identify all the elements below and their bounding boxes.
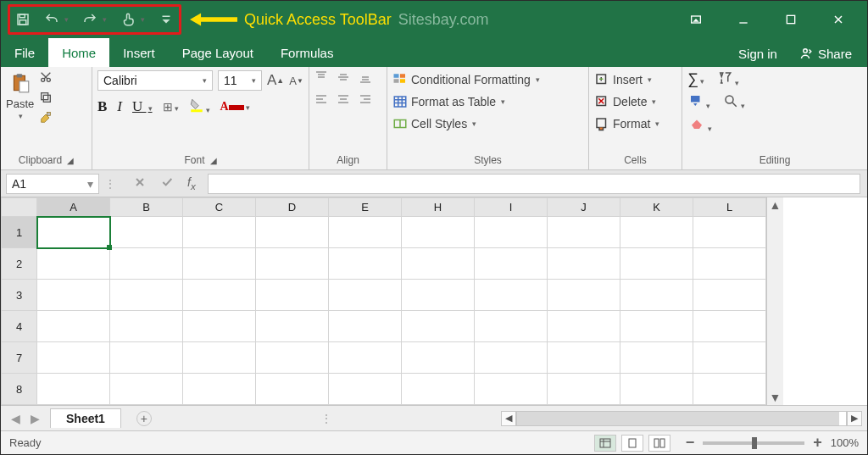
- column-header[interactable]: I: [475, 198, 548, 217]
- cell[interactable]: [475, 342, 548, 374]
- delete-cells-button[interactable]: Delete▾: [594, 92, 656, 111]
- cell[interactable]: [110, 248, 183, 280]
- cell[interactable]: [256, 374, 329, 405]
- column-header[interactable]: A: [37, 198, 110, 217]
- cell[interactable]: [183, 280, 256, 311]
- save-icon[interactable]: [15, 12, 31, 27]
- cancel-formula-icon[interactable]: [133, 175, 147, 191]
- cell[interactable]: [329, 374, 402, 405]
- font-name-select[interactable]: Calibri▾: [97, 70, 213, 91]
- font-size-select[interactable]: 11▾: [218, 70, 262, 91]
- formula-input[interactable]: [208, 174, 860, 194]
- row-header[interactable]: 3: [2, 280, 37, 311]
- row-header[interactable]: 4: [2, 311, 37, 342]
- cell[interactable]: [693, 374, 766, 405]
- font-color-button[interactable]: A▾: [220, 99, 250, 114]
- cell[interactable]: [693, 311, 766, 342]
- column-header[interactable]: B: [110, 198, 183, 217]
- row-header[interactable]: 1: [2, 217, 37, 248]
- cell[interactable]: [475, 280, 548, 311]
- tab-formulas[interactable]: Formulas: [267, 38, 348, 67]
- format-cells-button[interactable]: Format▾: [594, 114, 659, 133]
- paste-button[interactable]: Paste ▾: [6, 70, 34, 120]
- zoom-out-button[interactable]: −: [686, 434, 695, 452]
- align-center-icon[interactable]: [337, 92, 350, 106]
- cell[interactable]: [548, 280, 620, 311]
- enter-formula-icon[interactable]: [160, 175, 174, 191]
- column-header[interactable]: D: [256, 198, 329, 217]
- cell[interactable]: [183, 217, 256, 248]
- cell[interactable]: [183, 374, 256, 405]
- close-icon[interactable]: [825, 8, 852, 31]
- zoom-slider[interactable]: [703, 441, 804, 445]
- align-right-icon[interactable]: [359, 92, 372, 106]
- cell[interactable]: [402, 311, 475, 342]
- format-as-table-button[interactable]: Format as Table▾: [392, 92, 505, 111]
- cell[interactable]: [402, 374, 475, 405]
- column-header[interactable]: E: [329, 198, 402, 217]
- cell[interactable]: [329, 280, 402, 311]
- cell[interactable]: [548, 342, 620, 374]
- cell[interactable]: [329, 217, 402, 248]
- cell[interactable]: [37, 280, 110, 311]
- cell[interactable]: [475, 248, 548, 280]
- insert-cells-button[interactable]: Insert▾: [594, 70, 652, 89]
- cell[interactable]: [548, 311, 620, 342]
- align-middle-icon[interactable]: [337, 70, 350, 84]
- cell[interactable]: [620, 374, 693, 405]
- font-dialog-icon[interactable]: ◢: [210, 156, 217, 165]
- row-header[interactable]: 8: [2, 374, 37, 405]
- vertical-scrollbar[interactable]: ▲ ▼: [766, 197, 783, 405]
- redo-icon[interactable]: ▾: [82, 12, 107, 27]
- column-header[interactable]: K: [620, 198, 693, 217]
- align-top-icon[interactable]: [314, 70, 328, 84]
- border-button[interactable]: ⊞▾: [163, 100, 179, 114]
- row-header[interactable]: 7: [2, 342, 37, 374]
- copy-icon[interactable]: [39, 91, 53, 104]
- customize-qat-icon[interactable]: [159, 12, 174, 27]
- cell[interactable]: [475, 374, 548, 405]
- insert-function-icon[interactable]: fx: [187, 175, 196, 191]
- cell[interactable]: [475, 311, 548, 342]
- conditional-formatting-button[interactable]: Conditional Formatting▾: [392, 70, 540, 89]
- cell[interactable]: [183, 248, 256, 280]
- cell[interactable]: [329, 342, 402, 374]
- increase-font-icon[interactable]: A▲: [267, 72, 284, 89]
- tab-insert[interactable]: Insert: [109, 38, 169, 67]
- find-select-button[interactable]: ▾: [722, 93, 745, 111]
- zoom-in-button[interactable]: +: [813, 434, 822, 452]
- cell[interactable]: [183, 311, 256, 342]
- cell[interactable]: [402, 248, 475, 280]
- cell[interactable]: [620, 248, 693, 280]
- cell[interactable]: [110, 342, 183, 374]
- cell[interactable]: [256, 248, 329, 280]
- select-all-cell[interactable]: [2, 198, 37, 217]
- cell[interactable]: [37, 248, 110, 280]
- tab-home[interactable]: Home: [48, 38, 109, 67]
- cell[interactable]: [329, 248, 402, 280]
- ribbon-display-options-icon[interactable]: [682, 8, 709, 31]
- cell[interactable]: [693, 248, 766, 280]
- maximize-icon[interactable]: [777, 8, 804, 31]
- cell[interactable]: [548, 374, 620, 405]
- tab-page-layout[interactable]: Page Layout: [169, 38, 267, 67]
- bold-button[interactable]: B: [97, 98, 107, 115]
- align-left-icon[interactable]: [314, 92, 328, 106]
- zoom-level[interactable]: 100%: [831, 436, 859, 449]
- clipboard-dialog-icon[interactable]: ◢: [67, 156, 74, 165]
- cell[interactable]: [475, 217, 548, 248]
- cell[interactable]: [37, 311, 110, 342]
- fill-button[interactable]: ▾: [687, 93, 710, 111]
- tab-file[interactable]: File: [1, 38, 48, 67]
- cell[interactable]: [620, 342, 693, 374]
- cell[interactable]: [110, 311, 183, 342]
- column-header[interactable]: J: [548, 198, 620, 217]
- cell[interactable]: [620, 280, 693, 311]
- worksheet-grid[interactable]: ABCDEHIJKL123478 ▲ ▼: [1, 197, 867, 405]
- column-header[interactable]: C: [183, 198, 256, 217]
- row-header[interactable]: 2: [2, 248, 37, 280]
- cell[interactable]: [402, 217, 475, 248]
- horizontal-scrollbar[interactable]: ◀ ▶: [501, 411, 867, 426]
- minimize-icon[interactable]: [730, 8, 757, 31]
- name-box[interactable]: A1▾: [6, 174, 99, 194]
